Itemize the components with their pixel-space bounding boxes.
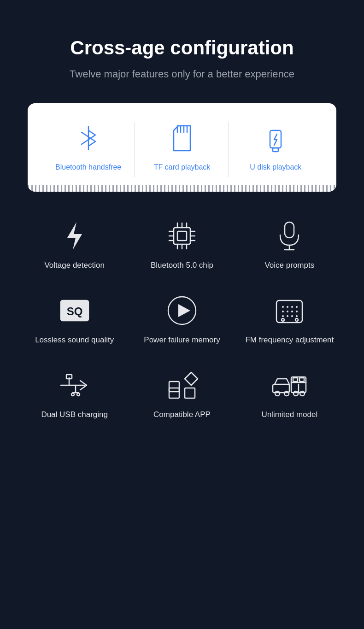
carousel-card: Bluetooth handsfree TF card playback <box>28 103 336 192</box>
feature-model: Unlimited model <box>241 369 339 420</box>
svg-point-42 <box>282 318 284 321</box>
svg-rect-60 <box>293 378 298 382</box>
svg-point-41 <box>296 315 298 317</box>
svg-rect-6 <box>273 148 278 152</box>
feature-voice: Voice prompts <box>241 219 339 271</box>
feature-label-chip: Bluetooth 5.0 chip <box>151 260 213 271</box>
feature-label-model: Unlimited model <box>261 409 317 420</box>
svg-point-49 <box>71 393 74 396</box>
feature-label-voltage: Voltage detection <box>44 260 104 271</box>
page-wrapper: Cross-age configuration Twelve major fea… <box>0 0 364 457</box>
apps-icon <box>165 369 199 402</box>
svg-point-37 <box>296 311 298 312</box>
feature-usb: Dual USB charging <box>25 369 123 420</box>
svg-point-36 <box>291 311 293 312</box>
svg-point-57 <box>284 391 289 396</box>
feature-label-voice: Voice prompts <box>264 260 314 271</box>
svg-point-38 <box>282 315 284 317</box>
svg-point-43 <box>295 318 298 321</box>
carousel-item-udisk: U disk playback <box>229 122 323 171</box>
svg-rect-54 <box>185 388 195 398</box>
feature-voltage: Voltage detection <box>25 219 123 271</box>
carousel-label-tf: TF card playback <box>154 163 211 171</box>
feature-label-app: Compatible APP <box>153 409 211 420</box>
svg-point-31 <box>287 306 288 308</box>
svg-marker-52 <box>185 372 198 385</box>
feature-chip: Bluetooth 5.0 chip <box>133 219 231 271</box>
carousel-label-udisk: U disk playback <box>250 163 301 171</box>
svg-rect-61 <box>299 378 304 382</box>
carousel-item-tf: TF card playback <box>135 122 229 171</box>
feature-label-fm: FM frequency adjustment <box>245 335 334 346</box>
feature-power-memory: Power failure memory <box>133 294 231 346</box>
svg-point-63 <box>300 391 305 396</box>
bluetooth-handsfree-icon <box>72 122 105 155</box>
svg-rect-8 <box>174 228 190 244</box>
svg-point-34 <box>282 311 284 312</box>
scroll-indicator <box>28 185 336 192</box>
fm-radio-icon <box>273 294 306 327</box>
features-grid: Voltage detection <box>25 219 339 420</box>
u-disk-icon <box>259 122 292 155</box>
svg-point-30 <box>282 306 284 308</box>
svg-marker-28 <box>178 304 190 317</box>
feature-lossless: SQ Lossless sound quality <box>25 294 123 346</box>
svg-point-39 <box>287 315 288 317</box>
svg-point-32 <box>291 306 293 308</box>
svg-point-50 <box>77 393 80 396</box>
car-bus-icon <box>273 369 306 402</box>
svg-rect-22 <box>285 222 294 238</box>
sq-icon: SQ <box>58 294 91 327</box>
tf-card-icon <box>165 122 199 155</box>
feature-label-usb: Dual USB charging <box>41 409 108 420</box>
svg-marker-7 <box>67 222 82 250</box>
play-circle-icon <box>165 294 199 327</box>
microphone-icon <box>273 219 306 253</box>
svg-rect-53 <box>169 388 179 398</box>
lightning-icon <box>58 219 91 253</box>
feature-app: Compatible APP <box>133 369 231 420</box>
svg-rect-51 <box>169 382 179 392</box>
svg-text:SQ: SQ <box>66 305 82 317</box>
feature-label-power-memory: Power failure memory <box>144 335 220 346</box>
feature-fm: FM frequency adjustment <box>241 294 339 346</box>
carousel-items: Bluetooth handsfree TF card playback <box>28 117 336 185</box>
svg-rect-9 <box>177 231 187 241</box>
feature-label-lossless: Lossless sound quality <box>35 335 114 346</box>
svg-point-35 <box>287 311 288 312</box>
svg-point-62 <box>294 391 298 396</box>
svg-point-33 <box>296 306 298 308</box>
page-title: Cross-age configuration <box>70 37 294 59</box>
carousel-item-bluetooth: Bluetooth handsfree <box>41 122 135 171</box>
svg-point-40 <box>291 315 293 317</box>
chip-icon <box>165 219 199 253</box>
page-subtitle: Twelve major features only for a better … <box>70 68 294 80</box>
usb-icon <box>58 369 91 402</box>
svg-point-56 <box>275 391 280 396</box>
carousel-label-bluetooth: Bluetooth handsfree <box>55 163 121 171</box>
